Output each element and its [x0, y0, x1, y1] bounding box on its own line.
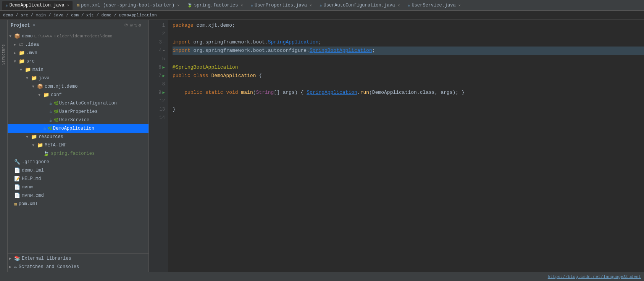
settings-icon[interactable]: ⚙	[139, 22, 141, 28]
tab-spring-factories[interactable]: 🍃 spring.factories ✕	[184, 1, 246, 10]
item-label: UserAutoConfiguration	[59, 101, 117, 106]
module-icon: 📦	[14, 33, 20, 39]
code-line-5	[173, 55, 644, 63]
structure-label: Structure	[2, 44, 6, 65]
close-icon[interactable]: ✕	[177, 3, 179, 8]
close-icon[interactable]: ✕	[398, 3, 400, 8]
spring-application-link[interactable]: SpringApplication	[268, 38, 319, 47]
pin-icon[interactable]: –	[143, 22, 145, 28]
tree-item-demo[interactable]: ▼ 📦 demo E:\JAVA Folder\ideaProject\demo	[8, 32, 148, 40]
line-num-7: 7▶	[150, 72, 165, 80]
item-label: HELP.md	[22, 176, 41, 181]
tree-item-userproperties[interactable]: ▶ ☕ 🌿 UserProperties	[8, 108, 148, 116]
item-label: .gitignore	[22, 159, 49, 165]
tree-item-metainf[interactable]: ▼ 📁 META-INF	[8, 141, 148, 149]
project-panel-title: Project ▾	[11, 22, 36, 28]
xml-icon: m	[77, 3, 80, 8]
library-icon: 📚	[14, 255, 20, 262]
chevron-icon: ▶	[14, 51, 18, 55]
bean-marker: 🌿	[54, 101, 58, 106]
item-label: com.xjt.demo	[45, 84, 77, 89]
tree-item-pomxml[interactable]: ▶ m pom.xml	[8, 200, 148, 208]
git-icon: 🔧	[14, 159, 20, 165]
sync-icon[interactable]: ⟳	[124, 22, 128, 28]
line-num-4: 4–	[150, 47, 165, 55]
item-label: demo.iml	[22, 168, 44, 173]
item-label: Scratches and Consoles	[19, 264, 79, 270]
folder-icon: 📁	[25, 67, 31, 73]
chevron-icon: ▶	[9, 256, 13, 261]
bean-marker: 🌿	[54, 109, 58, 114]
tree-item-mvnw[interactable]: ▶ 📄 mvnw	[8, 183, 148, 191]
spring-boot-application-link[interactable]: SpringBootApplication	[310, 47, 372, 55]
tree-item-userservice[interactable]: ▶ ☕ 🌿 UserService	[8, 116, 148, 124]
tree-item-scratches-consoles[interactable]: ▶ ✏ Scratches and Consoles	[8, 263, 148, 271]
code-editor: 1 2 3– 4– 5 6▶ 7▶ 8 9▶ 12 13 14 package …	[149, 20, 644, 272]
tree-item-spring-factories[interactable]: ▶ 🍃 spring.factories	[8, 149, 148, 158]
java-main-icon: ☕	[43, 125, 46, 132]
close-icon[interactable]: ✕	[67, 3, 69, 8]
tree-item-conf[interactable]: ▼ 📁 conf	[8, 91, 148, 99]
bean-marker: 🌿	[54, 118, 58, 122]
chevron-icon: ▼	[38, 93, 42, 97]
tree-item-idea[interactable]: ▶ 🗂 .idea	[8, 40, 148, 49]
tree-item-mvn[interactable]: ▶ 📁 .mvn	[8, 49, 148, 57]
chevron-icon: ▼	[26, 135, 30, 139]
chevron-icon: ▼	[32, 143, 36, 148]
folder-icon: 📁	[43, 92, 49, 98]
line-num-5: 5	[150, 55, 165, 63]
java-icon: ☕	[49, 100, 52, 106]
tree-item-userautoconfig[interactable]: ▶ ☕ 🌿 UserAutoConfiguration	[8, 99, 148, 108]
close-icon[interactable]: ✕	[310, 3, 312, 8]
line-numbers: 1 2 3– 4– 5 6▶ 7▶ 8 9▶ 12 13 14	[149, 20, 168, 272]
chevron-icon: ▼	[9, 34, 13, 39]
idea-icon: 🗂	[19, 42, 24, 48]
tab-user-autoconfig[interactable]: ☕ UserAutoConfiguration.java ✕	[316, 1, 403, 10]
tree-item-src[interactable]: ▼ 📁 src	[8, 57, 148, 66]
java-icon: ☕	[49, 109, 52, 115]
tree-item-gitignore[interactable]: ▶ 🔧 .gitignore	[8, 158, 148, 166]
tab-user-service[interactable]: ☕ UserService.java ✕	[405, 1, 464, 10]
tab-demo-application[interactable]: ☕ DemoApplication.java ✕	[2, 1, 73, 10]
editor-content: 1 2 3– 4– 5 6▶ 7▶ 8 9▶ 12 13 14 package …	[149, 20, 644, 272]
item-label: src	[26, 59, 35, 64]
tab-user-properties[interactable]: ☕ UserProperties.java ✕	[247, 1, 315, 10]
code-line-3: import org.springframework.boot.SpringAp…	[173, 38, 644, 47]
close-icon[interactable]: ✕	[458, 3, 461, 8]
item-label: demo	[22, 34, 33, 39]
tab-label: UserProperties.java	[255, 3, 307, 8]
item-label: pom.xml	[19, 201, 38, 207]
code-line-4: import org.springframework.boot.autoconf…	[173, 47, 644, 55]
code-line-12	[173, 97, 644, 105]
tree-item-external-libraries[interactable]: ▶ 📚 External Libraries	[8, 254, 148, 263]
tree-item-helpmd[interactable]: ▶ 📝 HELP.md	[8, 175, 148, 183]
tree-item-demo-iml[interactable]: ▶ 📄 demo.iml	[8, 166, 148, 175]
tree-item-java[interactable]: ▼ 📁 java	[8, 74, 148, 82]
project-panel-header: Project ▾ ⟳ ⊟ ⇅ ⚙ –	[8, 20, 148, 31]
project-tree[interactable]: ▼ 📦 demo E:\JAVA Folder\ideaProject\demo…	[8, 31, 148, 253]
status-url[interactable]: https://blog.csdn.net/languageStudent	[548, 275, 641, 279]
tree-item-demoapplication[interactable]: ▶ ☕ 🌿 DemoApplication	[8, 124, 148, 133]
code-area[interactable]: package com.xjt.demo; import org.springf…	[168, 20, 644, 272]
collapse-icon[interactable]: ⊟	[130, 22, 132, 28]
close-icon[interactable]: ✕	[240, 3, 243, 8]
line-num-12: 12	[150, 97, 165, 105]
java-icon: ☕	[408, 3, 410, 8]
code-line-1: package com.xjt.demo;	[173, 21, 644, 30]
code-line-6: @SpringBootApplication	[173, 63, 644, 72]
chevron-icon: ▼	[14, 59, 18, 64]
sort-icon[interactable]: ⇅	[134, 22, 137, 28]
spring-app-run-link[interactable]: SpringApplication	[307, 88, 357, 97]
tree-item-main[interactable]: ▼ 📁 main	[8, 66, 148, 74]
tree-item-mvnwcmd[interactable]: ▶ 📄 mvnw.cmd	[8, 191, 148, 200]
run-marker: 🌿	[48, 126, 52, 131]
tab-pom[interactable]: m pom.xml (user-spring-boot-starter) ✕	[74, 1, 182, 10]
line-num-13: 13	[150, 105, 165, 114]
xml-icon: m	[14, 201, 17, 207]
panel-icons: ⟳ ⊟ ⇅ ⚙ –	[124, 22, 145, 28]
tree-item-resources[interactable]: ▼ 📁 resources	[8, 133, 148, 141]
tree-item-package[interactable]: ▼ 📦 com.xjt.demo	[8, 82, 148, 91]
project-panel: Project ▾ ⟳ ⊟ ⇅ ⚙ – ▼ 📦 demo E:\JAVA Fol…	[8, 20, 149, 272]
tab-label: UserService.java	[412, 3, 455, 8]
item-label: mvnw	[22, 185, 33, 190]
